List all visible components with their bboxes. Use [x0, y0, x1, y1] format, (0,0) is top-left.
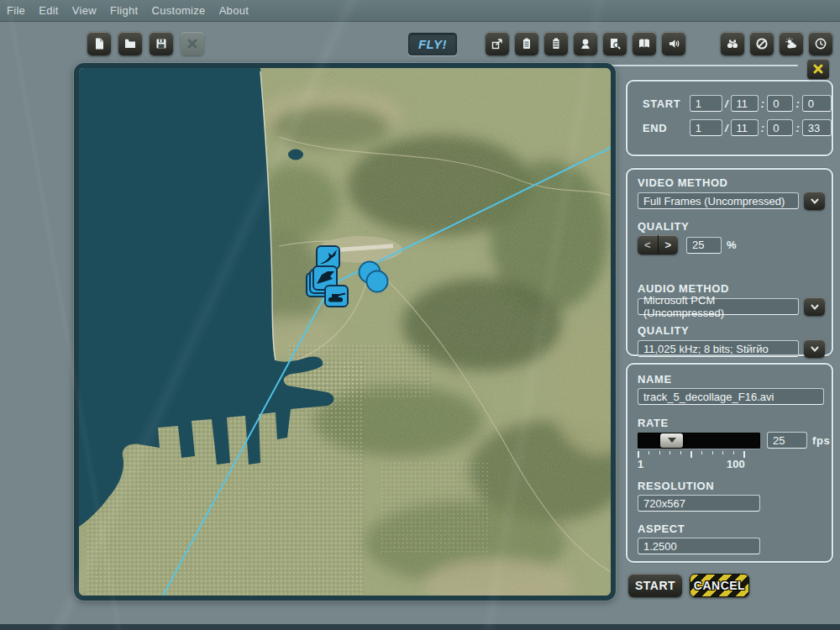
end-month-field[interactable]: 11 — [731, 119, 759, 136]
weather-icon — [785, 37, 798, 50]
chevron-down-icon — [810, 302, 820, 311]
end-day-field[interactable]: 1 — [690, 119, 722, 136]
map-view[interactable] — [74, 63, 616, 601]
restrictions-icon — [755, 37, 769, 50]
close-disabled-icon — [186, 37, 199, 50]
city-texture-east — [381, 463, 491, 555]
debriefing-button[interactable] — [603, 32, 627, 55]
audio-method-value[interactable]: Microsoft PCM (Uncompressed) — [638, 298, 799, 315]
percent-unit: % — [727, 239, 737, 251]
payload-icon — [549, 37, 563, 50]
audio-method-dropdown-button[interactable] — [804, 297, 825, 316]
rate-slider-handle[interactable] — [660, 433, 683, 448]
start-hour-field[interactable]: 0 — [767, 95, 793, 112]
video-quality-row: < > 25 % — [638, 235, 832, 255]
chevron-down-icon — [810, 197, 820, 205]
rate-label: RATE — [638, 417, 832, 429]
start-minute-field[interactable]: 0 — [802, 95, 832, 112]
menu-file[interactable]: File — [0, 4, 32, 17]
open-folder-icon — [123, 37, 137, 50]
close-icon — [812, 63, 824, 75]
rate-scale-labels: 1 100 — [638, 458, 760, 470]
video-quality-field[interactable]: 25 — [686, 237, 722, 254]
video-quality-label: QUALITY — [638, 220, 832, 233]
time-separator: : — [795, 97, 799, 110]
end-time-row: END 1 / 11 : 0 : 33 — [643, 119, 832, 136]
date-separator: / — [725, 97, 728, 110]
rate-scale-ticks — [638, 451, 745, 458]
video-method-dropdown-button[interactable] — [804, 192, 825, 210]
menu-edit[interactable]: Edit — [32, 4, 66, 17]
export-button[interactable] — [486, 32, 509, 55]
binoculars-icon — [726, 37, 739, 50]
payload-button[interactable] — [544, 32, 568, 55]
start-time-row: START 1 / 11 : 0 : 0 — [643, 95, 832, 112]
export-icon — [491, 37, 504, 50]
tank-icon[interactable] — [325, 286, 348, 307]
encyclopedia-button[interactable] — [633, 32, 656, 55]
time-separator: : — [761, 97, 764, 110]
clock-icon — [814, 37, 827, 50]
rate-row: 25 fps — [638, 432, 832, 449]
start-month-field[interactable]: 11 — [731, 95, 759, 112]
time-separator: : — [761, 122, 764, 134]
aircraft-takeoff-icon[interactable] — [317, 246, 339, 269]
audio-method-label: AUDIO METHOD — [638, 282, 832, 295]
sound-button[interactable] — [662, 32, 685, 55]
menu-view[interactable]: View — [66, 4, 103, 17]
cancel-button[interactable]: CANCEL — [690, 574, 749, 597]
rate-slider[interactable] — [638, 433, 760, 449]
audio-quality-dropdown-button[interactable] — [804, 339, 825, 358]
quality-decrease-icon[interactable]: < — [638, 235, 659, 255]
codec-box: VIDEO METHOD Full Frames (Uncompressed) … — [626, 168, 833, 356]
restrictions-button[interactable] — [750, 32, 774, 55]
start-button[interactable]: START — [628, 574, 682, 597]
quality-stepper[interactable]: < > — [638, 235, 678, 255]
video-method-value[interactable]: Full Frames (Uncompressed) — [638, 192, 799, 209]
rate-field[interactable]: 25 — [767, 432, 807, 449]
new-file-button[interactable] — [87, 32, 111, 55]
date-separator: / — [725, 122, 728, 134]
end-minute-field[interactable]: 33 — [802, 119, 832, 136]
briefing-button[interactable] — [515, 32, 538, 55]
save-button[interactable] — [150, 32, 173, 55]
rate-min-label: 1 — [638, 458, 643, 470]
slider-handle-icon — [668, 438, 676, 443]
name-label: NAME — [638, 373, 832, 386]
time-range-box: START 1 / 11 : 0 : 0 END 1 / 11 : 0 : 33 — [626, 80, 833, 156]
open-file-button[interactable] — [118, 32, 142, 55]
audio-quality-value[interactable]: 11,025 kHz; 8 bits; Stйrйo — [638, 340, 799, 357]
waypoint-circle[interactable] — [367, 271, 388, 292]
chevron-down-icon — [810, 344, 820, 353]
aspect-field[interactable]: 1.2500 — [638, 538, 760, 554]
sound-icon — [667, 37, 680, 50]
briefing-icon — [520, 37, 533, 50]
start-day-field[interactable]: 1 — [690, 95, 722, 112]
audio-quality-row: 11,025 kHz; 8 bits; Stйrйo — [638, 339, 832, 358]
satellite-map[interactable] — [79, 68, 611, 596]
new-file-icon — [92, 37, 106, 50]
fly-button[interactable]: FLY! — [408, 33, 457, 55]
menu-customize[interactable]: Customize — [145, 4, 213, 17]
filename-field[interactable]: track_5_decollage_F16.avi — [638, 388, 824, 405]
encyclopedia-icon — [638, 37, 651, 50]
menu-flight[interactable]: Flight — [103, 4, 145, 17]
menu-about[interactable]: About — [213, 4, 255, 17]
time-button[interactable] — [809, 32, 832, 55]
binoculars-button[interactable] — [721, 32, 744, 55]
weather-button[interactable] — [780, 32, 803, 55]
pilot-button[interactable] — [574, 32, 597, 55]
audio-quality-label: QUALITY — [638, 324, 832, 337]
bottom-edge-strip — [0, 624, 840, 630]
pilot-icon — [579, 37, 592, 50]
lake — [288, 150, 303, 160]
rate-max-label: 100 — [727, 458, 745, 470]
quality-increase-icon[interactable]: > — [659, 235, 679, 255]
resolution-label: RESOLUTION — [638, 480, 832, 492]
aspect-label: ASPECT — [638, 522, 832, 535]
time-separator: : — [795, 122, 799, 134]
debriefing-icon — [608, 37, 622, 50]
end-hour-field[interactable]: 0 — [767, 119, 793, 136]
resolution-field[interactable]: 720x567 — [638, 495, 760, 512]
panel-close-button[interactable] — [807, 59, 829, 79]
